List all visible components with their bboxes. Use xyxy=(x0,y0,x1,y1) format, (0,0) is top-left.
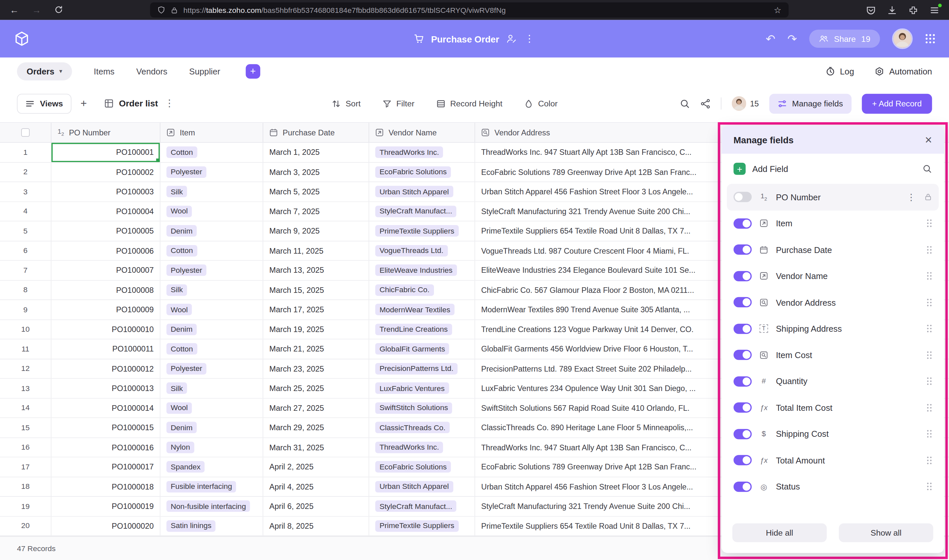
cell-vendor-name[interactable]: StyleCraft Manufact... xyxy=(369,202,475,221)
bookmark-star-icon[interactable]: ☆ xyxy=(774,5,781,15)
record-height-button[interactable]: Record Height xyxy=(436,99,502,108)
row-number[interactable]: 19 xyxy=(0,497,51,516)
cell-po-number[interactable]: PO1000011 xyxy=(51,339,160,358)
cell-item[interactable]: Cotton xyxy=(160,339,263,358)
sort-button[interactable]: Sort xyxy=(332,99,361,108)
cell-item[interactable]: Denim xyxy=(160,222,263,240)
cell-vendor-address[interactable]: ClassicThreads Co. 890 Heritage Lane Flo… xyxy=(475,418,720,437)
tab-supplier[interactable]: Supplier xyxy=(189,66,220,76)
field-visibility-toggle[interactable] xyxy=(733,218,752,229)
cell-purchase-date[interactable]: March 25, 2025 xyxy=(263,379,369,398)
cell-item[interactable]: Fusible interfacing xyxy=(160,477,263,496)
field-visibility-toggle[interactable] xyxy=(733,455,752,465)
cell-vendor-address[interactable]: PrecisionPatterns Ltd. 789 Exact Street … xyxy=(475,359,720,378)
cell-po-number[interactable]: PO1000018 xyxy=(51,477,160,496)
column-header-po-number[interactable]: 12 PO Number xyxy=(51,123,160,142)
row-number[interactable]: 2 xyxy=(0,162,51,182)
cell-vendor-address[interactable]: ThreadWorks Inc. 947 Stuart Ally Apt 13B… xyxy=(475,438,720,457)
cell-purchase-date[interactable]: March 5, 2025 xyxy=(263,182,369,201)
cell-purchase-date[interactable]: March 23, 2025 xyxy=(263,359,369,378)
tab-items[interactable]: Items xyxy=(94,66,115,76)
undo-icon[interactable]: ↶ xyxy=(766,32,775,45)
cell-item[interactable]: Wool xyxy=(160,202,263,221)
cell-purchase-date[interactable]: March 21, 2025 xyxy=(263,339,369,358)
cell-vendor-address[interactable]: VogueThreads Ltd. 987 Couture Crescent F… xyxy=(475,241,720,260)
drag-handle-icon[interactable] xyxy=(927,298,932,307)
cell-vendor-name[interactable]: Urban Stitch Apparel xyxy=(369,182,475,201)
cell-vendor-name[interactable]: Urban Stitch Apparel xyxy=(369,477,475,496)
cell-purchase-date[interactable]: March 1, 2025 xyxy=(263,143,369,162)
cell-po-number[interactable]: PO100002 xyxy=(51,162,160,182)
drag-handle-icon[interactable] xyxy=(927,351,932,359)
column-header-purchase-date[interactable]: Purchase Date xyxy=(263,123,369,142)
column-header-vendor-address[interactable]: Vendor Address xyxy=(475,123,720,142)
field-visibility-toggle[interactable] xyxy=(733,429,752,439)
cell-po-number[interactable]: PO100005 xyxy=(51,222,160,240)
cell-purchase-date[interactable]: March 29, 2025 xyxy=(263,418,369,437)
row-number[interactable]: 10 xyxy=(0,320,51,339)
cell-vendor-address[interactable]: PrimeTextile Suppliers 654 Textile Road … xyxy=(475,222,720,240)
column-header-item[interactable]: Item xyxy=(160,123,263,142)
search-icon[interactable] xyxy=(680,98,690,108)
drag-handle-icon[interactable] xyxy=(927,219,932,228)
row-number[interactable]: 5 xyxy=(0,222,51,240)
cell-purchase-date[interactable]: March 9, 2025 xyxy=(263,222,369,240)
cell-vendor-address[interactable]: EcoFabric Solutions 789 Greenway Drive A… xyxy=(475,162,720,182)
cell-purchase-date[interactable]: March 13, 2025 xyxy=(263,261,369,280)
cell-vendor-name[interactable]: EcoFabric Solutions xyxy=(369,458,475,477)
cell-po-number[interactable]: PO100008 xyxy=(51,280,160,300)
cell-vendor-address[interactable]: StyleCraft Manufacturing 321 Trendy Aven… xyxy=(475,202,720,221)
filter-button[interactable]: Filter xyxy=(382,99,414,108)
cell-vendor-address[interactable]: EcoFabric Solutions 789 Greenway Drive A… xyxy=(475,458,720,477)
zoho-tables-logo[interactable] xyxy=(13,30,30,47)
cell-po-number[interactable]: PO1000016 xyxy=(51,438,160,457)
row-number[interactable]: 18 xyxy=(0,477,51,496)
cell-vendor-name[interactable]: LuxFabric Ventures xyxy=(369,379,475,398)
cell-purchase-date[interactable]: March 27, 2025 xyxy=(263,398,369,417)
cell-item[interactable]: Polyester xyxy=(160,359,263,378)
cell-item[interactable]: Cotton xyxy=(160,241,263,260)
cell-purchase-date[interactable]: April 6, 2025 xyxy=(263,497,369,516)
tab-vendors[interactable]: Vendors xyxy=(136,66,167,76)
column-header-vendor-name[interactable]: Vendor Name xyxy=(369,123,475,142)
automation-button[interactable]: Automation xyxy=(875,66,932,76)
cell-vendor-address[interactable]: LuxFabric Ventures 234 Opulence Way Unit… xyxy=(475,379,720,398)
apps-grid-icon[interactable] xyxy=(925,33,936,44)
row-number[interactable]: 13 xyxy=(0,379,51,398)
cell-po-number[interactable]: PO1000019 xyxy=(51,497,160,516)
hide-all-button[interactable]: Hide all xyxy=(732,523,827,542)
views-button[interactable]: Views xyxy=(17,94,71,114)
row-number[interactable]: 17 xyxy=(0,458,51,477)
row-number[interactable]: 4 xyxy=(0,202,51,221)
row-number[interactable]: 3 xyxy=(0,182,51,201)
field-visibility-toggle[interactable] xyxy=(733,192,752,202)
cell-vendor-address[interactable]: ChicFabric Co. 567 Glamour Plaza Floor 2… xyxy=(475,280,720,300)
cell-vendor-name[interactable]: ModernWear Textiles xyxy=(369,300,475,319)
cell-po-number[interactable]: PO100001 xyxy=(51,143,160,162)
title-menu-icon[interactable]: ⋮ xyxy=(523,34,535,43)
cell-purchase-date[interactable]: March 17, 2025 xyxy=(263,300,369,319)
close-icon[interactable]: × xyxy=(925,134,932,146)
cell-po-number[interactable]: PO1000013 xyxy=(51,379,160,398)
cell-vendor-name[interactable]: EliteWeave Industries xyxy=(369,261,475,280)
cell-vendor-address[interactable]: SwiftStitch Solutions 567 Rapid Road Sui… xyxy=(475,398,720,417)
menu-icon[interactable] xyxy=(929,5,939,15)
cell-vendor-address[interactable]: PrimeTextile Suppliers 654 Textile Road … xyxy=(475,517,720,535)
add-field-plus-icon[interactable]: + xyxy=(733,163,746,175)
cell-vendor-name[interactable]: PrimeTextile Suppliers xyxy=(369,517,475,535)
download-icon[interactable] xyxy=(887,5,897,15)
field-visibility-toggle[interactable] xyxy=(733,297,752,307)
add-view-button[interactable]: + xyxy=(80,97,87,110)
cell-po-number[interactable]: PO1000014 xyxy=(51,398,160,417)
lock-icon[interactable] xyxy=(171,6,178,14)
cell-purchase-date[interactable]: March 7, 2025 xyxy=(263,202,369,221)
row-number[interactable]: 8 xyxy=(0,280,51,300)
row-number[interactable]: 20 xyxy=(0,517,51,535)
drag-handle-icon[interactable] xyxy=(927,456,932,465)
cell-vendor-name[interactable]: StyleCraft Manufact... xyxy=(369,497,475,516)
add-table-button[interactable]: + xyxy=(246,64,260,78)
cell-vendor-name[interactable]: SwiftStitch Solutions xyxy=(369,398,475,417)
back-icon[interactable]: ← xyxy=(9,6,19,15)
tab-orders[interactable]: Orders ▾ xyxy=(17,62,72,80)
drag-handle-icon[interactable] xyxy=(927,377,932,386)
